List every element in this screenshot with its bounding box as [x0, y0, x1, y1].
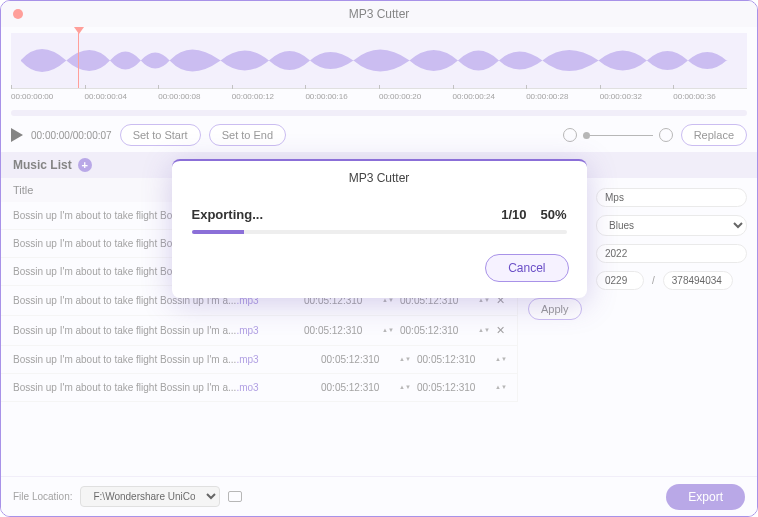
export-percent: 50% [540, 207, 566, 222]
progress-fill [192, 230, 245, 234]
exporting-label: Exporting... [192, 207, 502, 222]
progress-bar [192, 230, 567, 234]
dialog-title: MP3 Cutter [172, 161, 587, 195]
modal-scrim: MP3 Cutter Exporting... 1/10 50% Cancel [1, 1, 757, 516]
cancel-button[interactable]: Cancel [485, 254, 568, 282]
export-dialog: MP3 Cutter Exporting... 1/10 50% Cancel [172, 159, 587, 298]
export-count: 1/10 [501, 207, 526, 222]
app-window: MP3 Cutter 00:00:00:00 00:00:00:04 00:00… [0, 0, 758, 517]
